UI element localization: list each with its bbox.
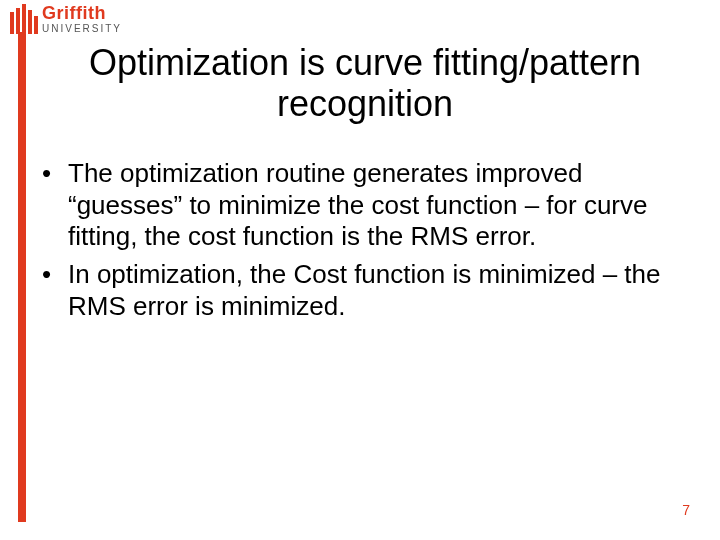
logo-subname: UNIVERSITY (42, 24, 122, 34)
bullet-list: The optimization routine generates impro… (40, 158, 680, 323)
svg-rect-0 (10, 12, 14, 34)
list-item: In optimization, the Cost function is mi… (40, 259, 680, 322)
logo-mark-icon (10, 4, 38, 38)
svg-rect-4 (34, 16, 38, 34)
accent-bar (18, 32, 26, 522)
list-item: The optimization routine generates impro… (40, 158, 680, 253)
svg-rect-1 (16, 8, 20, 34)
svg-rect-2 (22, 4, 26, 34)
slide-body: The optimization routine generates impro… (40, 158, 680, 329)
slide: Griffith UNIVERSITY Optimization is curv… (0, 0, 720, 540)
university-logo: Griffith UNIVERSITY (10, 4, 122, 38)
logo-name: Griffith (42, 4, 122, 22)
page-number: 7 (682, 502, 690, 518)
slide-title: Optimization is curve fitting/pattern re… (40, 42, 690, 125)
logo-text: Griffith UNIVERSITY (42, 4, 122, 34)
svg-rect-3 (28, 10, 32, 34)
